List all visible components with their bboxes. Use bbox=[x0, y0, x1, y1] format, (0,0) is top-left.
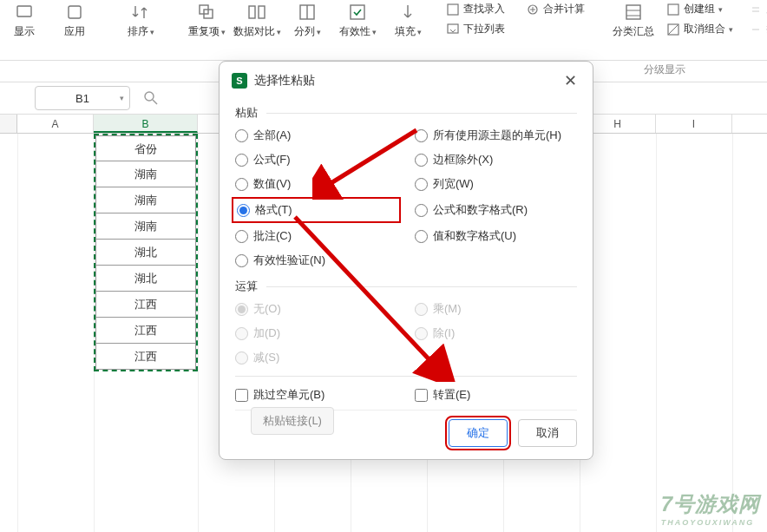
radio-source-theme[interactable]: 所有使用源主题的单元(H) bbox=[415, 128, 577, 143]
radio-all[interactable]: 全部(A) bbox=[235, 128, 397, 143]
ribbon-collapse: 折 bbox=[749, 22, 767, 36]
select-all-corner[interactable] bbox=[0, 115, 17, 133]
svg-rect-4 bbox=[249, 6, 255, 18]
validation-icon bbox=[347, 2, 368, 23]
ok-button[interactable]: 确定 bbox=[449, 419, 508, 447]
ribbon-item-sort[interactable]: 排序▾ bbox=[123, 2, 158, 60]
ribbon: 显示 应用 排序▾ 重复项▾ 数据对比▾ 分列▾ 有效性▾ 填充▾ 查找录入 下… bbox=[0, 0, 767, 61]
ribbon-find-input[interactable]: 查找录入 bbox=[446, 2, 505, 16]
sort-icon bbox=[130, 2, 151, 23]
cell-b4[interactable]: 湖南 bbox=[95, 213, 196, 240]
radio-validation[interactable]: 有效性验证(N) bbox=[235, 253, 397, 268]
ribbon-subtotal[interactable]: 分类汇总 bbox=[616, 2, 651, 60]
ribbon-merge-calc[interactable]: 合并计算 bbox=[526, 2, 585, 16]
name-box[interactable]: B1▾ bbox=[35, 86, 130, 110]
duplicates-icon bbox=[196, 2, 217, 23]
ribbon-expand: 展 bbox=[749, 2, 767, 16]
radio-op-add: 加(D) bbox=[235, 325, 397, 341]
col-header-I[interactable]: I bbox=[656, 115, 732, 133]
radio-op-multiply: 乘(M) bbox=[415, 301, 577, 317]
checkbox-skip-blanks[interactable]: 跳过空单元(B) bbox=[235, 387, 397, 403]
ribbon-dropdown-list[interactable]: 下拉列表 bbox=[446, 22, 505, 36]
svg-line-19 bbox=[153, 100, 157, 104]
svg-rect-1 bbox=[69, 6, 81, 18]
svg-point-18 bbox=[145, 92, 154, 101]
svg-line-17 bbox=[668, 24, 678, 35]
radio-no-borders[interactable]: 边框除外(X) bbox=[415, 152, 577, 167]
cell-b9[interactable]: 江西 bbox=[95, 344, 196, 370]
radio-formula-number-format[interactable]: 公式和数字格式(R) bbox=[415, 200, 577, 220]
cell-b7[interactable]: 江西 bbox=[95, 292, 196, 318]
svg-rect-8 bbox=[351, 5, 364, 19]
app-icon bbox=[64, 2, 85, 23]
svg-rect-5 bbox=[259, 6, 265, 18]
selected-column-B[interactable]: 省份 湖南 湖南 湖南 湖北 湖北 江西 江西 江西 bbox=[94, 134, 198, 371]
ribbon-create-group[interactable]: 创建组▾ bbox=[666, 2, 733, 16]
cell-b5[interactable]: 湖北 bbox=[95, 240, 196, 266]
radio-col-width[interactable]: 列宽(W) bbox=[415, 176, 577, 192]
ribbon-item-compare[interactable]: 数据对比▾ bbox=[239, 2, 274, 60]
cell-b6[interactable]: 湖北 bbox=[95, 266, 196, 292]
ribbon-item-display[interactable]: 显示 bbox=[7, 2, 42, 60]
operation-section-label: 运算 bbox=[235, 279, 577, 294]
radio-op-divide: 除(I) bbox=[415, 325, 577, 341]
paste-link-button[interactable]: 粘贴链接(L) bbox=[251, 407, 334, 435]
display-icon bbox=[14, 2, 35, 23]
compare-icon bbox=[246, 2, 267, 23]
watermark: 7号游戏网 THAOYOUXIWANG bbox=[661, 490, 760, 527]
ribbon-item-split[interactable]: 分列▾ bbox=[290, 2, 324, 60]
svg-rect-9 bbox=[448, 4, 458, 15]
cancel-button[interactable]: 取消 bbox=[518, 419, 577, 447]
radio-values[interactable]: 数值(V) bbox=[235, 176, 397, 192]
cell-b2[interactable]: 湖南 bbox=[95, 161, 196, 187]
ribbon-ungroup[interactable]: 取消组合▾ bbox=[666, 22, 733, 36]
radio-formulas[interactable]: 公式(F) bbox=[235, 152, 397, 167]
cell-b1[interactable]: 省份 bbox=[95, 135, 196, 161]
checkbox-transpose[interactable]: 转置(E) bbox=[415, 387, 577, 403]
radio-formats[interactable]: 格式(T) bbox=[235, 200, 397, 220]
dialog-title: 选择性粘贴 bbox=[254, 73, 553, 89]
radio-comments[interactable]: 批注(C) bbox=[235, 228, 397, 244]
svg-rect-15 bbox=[668, 4, 678, 15]
fill-icon bbox=[397, 2, 418, 23]
svg-rect-12 bbox=[626, 5, 640, 19]
radio-op-none: 无(O) bbox=[235, 301, 397, 317]
ribbon-item-duplicates[interactable]: 重复项▾ bbox=[189, 2, 224, 60]
zoom-icon[interactable] bbox=[137, 86, 165, 110]
cell-b8[interactable]: 江西 bbox=[95, 318, 196, 344]
paste-section-label: 粘贴 bbox=[235, 105, 577, 121]
app-logo-icon: S bbox=[232, 73, 247, 89]
svg-rect-0 bbox=[17, 6, 31, 16]
col-header-B[interactable]: B bbox=[94, 115, 198, 133]
cell-b3[interactable]: 湖南 bbox=[95, 187, 196, 213]
chevron-down-icon: ▾ bbox=[120, 94, 124, 102]
split-icon bbox=[297, 2, 318, 23]
ribbon-item-app[interactable]: 应用 bbox=[57, 2, 92, 60]
subtotal-icon bbox=[623, 2, 644, 23]
radio-op-subtract: 减(S) bbox=[235, 350, 397, 365]
ribbon-item-fill[interactable]: 填充▾ bbox=[390, 2, 425, 60]
paste-special-dialog: S 选择性粘贴 ✕ 粘贴 全部(A) 所有使用源主题的单元(H) 公式(F) 边… bbox=[219, 61, 593, 460]
radio-value-number-format[interactable]: 值和数字格式(U) bbox=[415, 228, 577, 244]
col-header-A[interactable]: A bbox=[17, 115, 94, 133]
close-icon[interactable]: ✕ bbox=[560, 70, 580, 91]
ribbon-item-validation[interactable]: 有效性▾ bbox=[340, 2, 375, 60]
